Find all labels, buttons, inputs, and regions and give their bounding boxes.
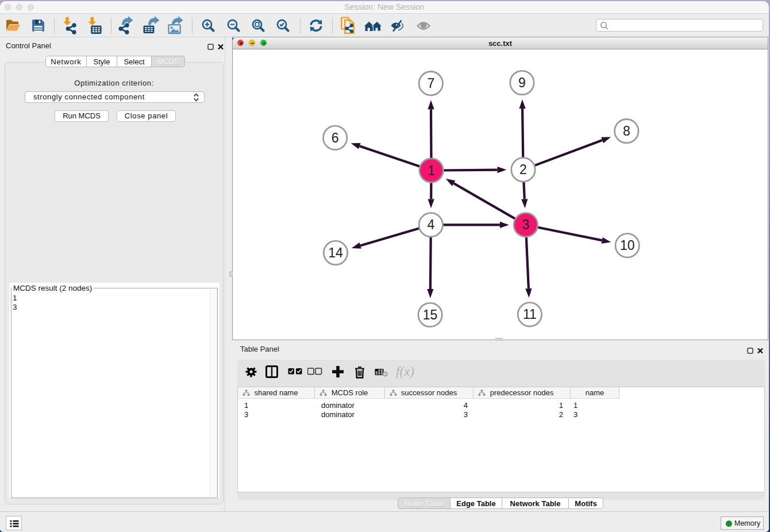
svg-text:2: 2: [519, 162, 527, 177]
svg-text:4: 4: [427, 217, 434, 232]
svg-text:6: 6: [332, 130, 339, 145]
svg-text:8: 8: [623, 124, 630, 138]
svg-text:11: 11: [523, 307, 537, 322]
svg-text:10: 10: [620, 238, 635, 253]
svg-text:1: 1: [428, 163, 435, 178]
svg-text:15: 15: [423, 307, 438, 322]
svg-text:14: 14: [328, 245, 343, 260]
svg-text:9: 9: [518, 75, 526, 90]
svg-text:3: 3: [522, 217, 530, 232]
svg-text:7: 7: [427, 76, 434, 91]
